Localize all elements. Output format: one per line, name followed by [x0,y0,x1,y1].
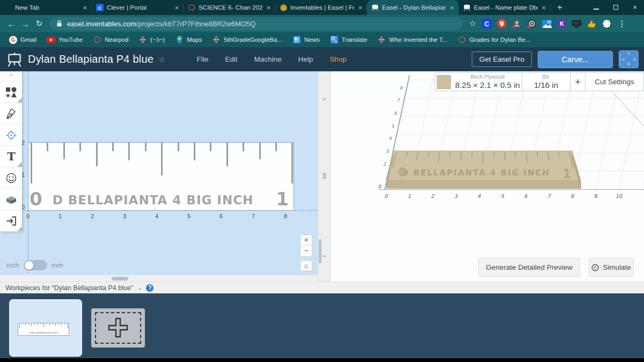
generate-preview-button[interactable]: Generate Detailed Preview [478,258,580,277]
restore-button[interactable] [610,4,621,11]
adblock-icon[interactable] [496,19,507,29]
back-button[interactable]: ← [4,17,18,31]
bookmark-item[interactable]: YouTube [47,35,83,44]
vertical-scrollbar-thumb[interactable] [319,239,321,263]
tab-close-icon[interactable]: × [82,4,88,12]
horizontal-scrollbar-thumb[interactable] [112,277,128,280]
collapse-left-icon[interactable]: « [318,253,330,259]
browser-tab[interactable]: Inventables | Easel | Free× [275,0,367,15]
bookmark-item[interactable]: 5thGradeGoogleBa... [212,35,282,44]
wallpaper-icon[interactable] [541,19,552,29]
target-icon[interactable] [526,19,537,29]
menu-shop[interactable]: Shop [330,55,347,63]
tab-close-icon[interactable]: × [449,4,455,12]
smiley-tool-button[interactable] [0,167,22,189]
puzzle-icon[interactable] [602,19,612,29]
expand-right-icon[interactable]: » [318,95,330,102]
browser-tab[interactable]: CClever | Portal× [92,0,184,15]
bit-selector[interactable]: Bit: 1/16 in [522,73,570,91]
carve-button[interactable]: Carve... [538,51,613,68]
zoom-in-button[interactable]: + [301,235,312,246]
zoom-controls: + − [300,234,312,257]
menu-machine[interactable]: Machine [254,55,282,63]
help-icon[interactable]: ? [146,284,153,292]
bookmark-item[interactable]: Nearpod [93,35,128,44]
shapes-tool-button[interactable]: ★ [0,82,22,103]
forward-button[interactable]: → [18,17,32,31]
tab-close-icon[interactable]: × [173,4,180,12]
jog-left-icon[interactable]: < [622,57,625,62]
zoom-out-button[interactable]: − [301,246,312,256]
svg-text:G: G [11,37,15,43]
jog-down-icon[interactable]: v [627,62,630,67]
get-easel-pro-button[interactable]: Get Easel Pro [472,51,532,67]
profile-icon[interactable] [511,19,522,29]
svg-text:8: 8 [399,85,403,91]
favorite-star-icon[interactable]: ☆ [158,55,165,64]
bookmark-item[interactable]: Maps [175,35,202,44]
bookmark-item[interactable]: Who Invented the T... [377,35,447,44]
cast-icon[interactable] [572,19,582,29]
new-tab-button[interactable]: + [557,0,562,15]
workpieces-bar[interactable]: Workpieces for “Dylan Bellapianta P4 blu… [0,282,644,293]
workpieces-collapse-icon[interactable]: ⌄ [137,285,142,291]
bookmark-item[interactable]: News [292,35,320,44]
browser-tab[interactable]: New Tab× [0,0,92,15]
panel-divider[interactable]: » « [318,71,331,282]
menu-icon[interactable]: ⋮ [617,19,627,29]
menu-help[interactable]: Help [298,55,313,63]
bookmark-star-icon[interactable]: ☆ [469,19,476,28]
menu-file[interactable]: File [197,55,209,63]
kami-icon[interactable]: K [557,19,567,29]
preview-3d-scene[interactable]: 23456780012345678910D BELLAPIANTA 4 BIG … [331,71,644,282]
easel-logo-icon[interactable] [6,51,23,68]
import-tool-button[interactable] [0,210,22,232]
jog-up-icon[interactable]: ^ [627,52,630,57]
tab-close-icon[interactable]: × [265,4,272,12]
drill-tool-button[interactable] [0,124,22,146]
pen-tool-button[interactable] [0,103,22,124]
design-number-left[interactable]: 0 [30,188,42,210]
design-number-right[interactable]: 1 [276,188,289,210]
workpiece-rectangle[interactable]: D BELLAPIANTA 4 BIG INCH 0 1 [28,142,294,211]
bookmark-item[interactable]: Grades for Dylan Be... [458,35,531,44]
menu-edit[interactable]: Edit [225,55,237,63]
reload-button[interactable]: ↻ [32,17,46,31]
horizontal-scrollbar[interactable] [0,275,318,282]
add-bit-button[interactable]: + [570,73,586,91]
browser-tab[interactable]: SCIENCE 6- Chan 2020-× [184,0,275,15]
tab-close-icon[interactable]: × [540,4,547,12]
close-button[interactable]: × [629,4,641,11]
design-text[interactable]: D BELLAPIANTA 4 BIG INCH [28,193,277,207]
bookmark-item[interactable]: (~ʖ~) [138,35,165,44]
text-tool-button[interactable]: T [0,146,22,167]
svg-text:2: 2 [383,161,386,167]
jog-right-icon[interactable]: > [633,57,636,62]
unit-toggle-switch[interactable] [24,260,47,270]
simulate-button[interactable]: Simulate [589,258,634,277]
browser-tab-active[interactable]: Easel - Dylan Bellapianta× [367,0,459,15]
browser-tab[interactable]: Easel - Name plate Dbell× [459,0,551,15]
ruler-tick-mark [47,143,48,151]
material-tool-button[interactable] [0,189,22,210]
thumb-icon[interactable] [587,19,597,29]
material-selector[interactable]: Birch Plywood 8.25 × 2.1 × 0.5 in [435,73,522,91]
canvas-x-label: 4 [153,213,160,219]
add-workpiece-button[interactable] [91,308,145,348]
clever-icon[interactable]: C [481,19,492,29]
cut-settings-button[interactable]: Cut Settings [586,73,643,91]
bookmark-item[interactable]: GGmail [9,35,36,44]
workpiece-thumbnail-selected[interactable]: D BELLAPIANTA 4 BIG INCH [9,299,82,357]
divider-grip-icon[interactable] [323,173,324,174]
design-canvas[interactable]: D BELLAPIANTA 4 BIG INCH 0 1 + − ⌂ inch … [0,71,318,282]
tab-close-icon[interactable]: × [357,4,363,12]
project-title[interactable]: Dylan Bellapianta P4 blue [28,53,153,65]
toolbar-collapse-button[interactable]: ^ [0,71,22,82]
jog-pad-button[interactable]: ^ v < > [619,50,639,68]
zoom-home-button[interactable]: ⌂ [300,260,312,271]
thumbnail-tick-mark [28,323,29,324]
url-omnibox[interactable]: easel.inventables.com/projects/kbT7rP7Ft… [49,17,463,31]
bookmark-item[interactable]: GaTranslate [330,35,368,44]
tab-strip: New Tab×CClever | Portal×SCIENCE 6- Chan… [0,0,551,15]
minimize-button[interactable] [590,4,602,11]
